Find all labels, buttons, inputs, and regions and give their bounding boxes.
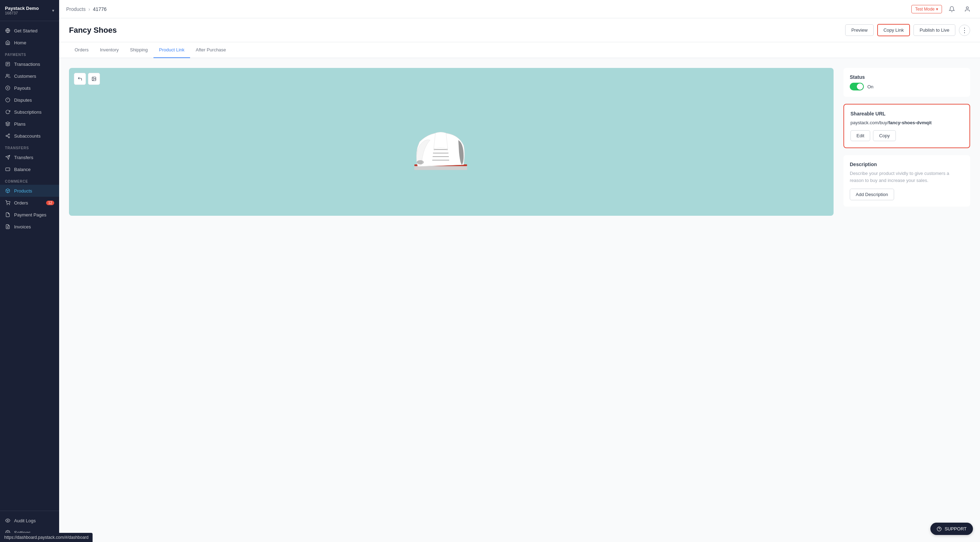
sidebar-item-payment-pages[interactable]: Payment Pages bbox=[0, 209, 59, 221]
alert-icon bbox=[5, 97, 11, 103]
sidebar-item-balance[interactable]: Balance bbox=[0, 163, 59, 175]
svg-point-24 bbox=[9, 205, 10, 205]
home-icon bbox=[5, 40, 11, 45]
sidebar-item-subscriptions[interactable]: Subscriptions bbox=[0, 106, 59, 118]
edit-url-button[interactable]: Edit bbox=[850, 130, 870, 141]
sidebar-section-commerce: Commerce bbox=[0, 175, 59, 185]
svg-point-31 bbox=[93, 78, 94, 78]
image-tool-undo[interactable] bbox=[74, 73, 86, 85]
sidebar-item-audit-logs[interactable]: Audit Logs bbox=[0, 515, 59, 526]
sidebar-label-home: Home bbox=[14, 40, 26, 45]
more-icon: ⋮ bbox=[961, 27, 968, 33]
sidebar-item-get-started[interactable]: Get Started bbox=[0, 25, 59, 37]
sidebar-label-transactions: Transactions bbox=[14, 62, 40, 67]
description-placeholder: Describe your product vividly to give cu… bbox=[850, 170, 964, 184]
brand-name: Paystack Demo bbox=[5, 6, 39, 11]
sidebar-item-invoices[interactable]: Invoices bbox=[0, 221, 59, 233]
support-button[interactable]: SUPPORT bbox=[931, 523, 973, 535]
tab-orders[interactable]: Orders bbox=[69, 42, 94, 58]
sidebar-item-customers[interactable]: Customers bbox=[0, 70, 59, 82]
user-menu-button[interactable] bbox=[962, 3, 973, 15]
sidebar-item-disputes[interactable]: Disputes bbox=[0, 94, 59, 106]
topbar-actions: Test Mode ▾ bbox=[912, 3, 973, 15]
tab-inventory[interactable]: Inventory bbox=[94, 42, 124, 58]
sidebar-label-get-started: Get Started bbox=[14, 28, 37, 33]
sidebar-item-plans[interactable]: Plans bbox=[0, 118, 59, 130]
list-icon bbox=[5, 61, 11, 67]
sidebar-item-home[interactable]: Home bbox=[0, 37, 59, 49]
topbar: Products › 41776 Test Mode ▾ bbox=[59, 0, 980, 18]
svg-line-18 bbox=[7, 135, 8, 135]
tab-after-purchase[interactable]: After Purchase bbox=[190, 42, 232, 58]
copy-link-button[interactable]: Copy Link bbox=[877, 24, 910, 36]
test-mode-badge[interactable]: Test Mode ▾ bbox=[912, 5, 942, 13]
more-options-button[interactable]: ⋮ bbox=[959, 25, 970, 36]
sidebar-label-disputes: Disputes bbox=[14, 97, 32, 103]
url-actions: Edit Copy bbox=[850, 130, 963, 141]
support-label: SUPPORT bbox=[945, 526, 967, 531]
add-description-button[interactable]: Add Description bbox=[850, 189, 894, 200]
breadcrumb: Products › 41776 bbox=[66, 6, 107, 12]
toggle-row: On bbox=[850, 83, 964, 91]
tab-product-link[interactable]: Product Link bbox=[153, 42, 190, 58]
dollar-icon bbox=[5, 85, 11, 91]
page-header: Fancy Shoes Preview Copy Link Publish to… bbox=[59, 18, 980, 42]
sidebar-item-transactions[interactable]: Transactions bbox=[0, 58, 59, 70]
sidebar-label-customers: Customers bbox=[14, 73, 36, 79]
svg-point-14 bbox=[8, 134, 10, 135]
sidebar-brand[interactable]: Paystack Demo 168737 ▾ bbox=[0, 0, 59, 21]
sidebar-label-transfers: Transfers bbox=[14, 155, 33, 160]
sidebar-label-payment-pages: Payment Pages bbox=[14, 212, 46, 218]
share-icon bbox=[5, 133, 11, 139]
svg-point-15 bbox=[6, 135, 7, 137]
layers-icon bbox=[5, 121, 11, 127]
sidebar-label-orders: Orders bbox=[14, 200, 28, 205]
status-toggle[interactable] bbox=[850, 83, 864, 91]
box-icon bbox=[5, 188, 11, 194]
sidebar-item-payouts[interactable]: Payouts bbox=[0, 82, 59, 94]
sidebar-label-audit-logs: Audit Logs bbox=[14, 518, 35, 523]
svg-point-43 bbox=[417, 160, 424, 164]
toggle-text: On bbox=[867, 84, 873, 89]
globe-icon bbox=[5, 28, 11, 33]
publish-button[interactable]: Publish to Live bbox=[913, 24, 955, 36]
sidebar-nav: Get Started Home Payments Transactions C… bbox=[0, 21, 59, 511]
svg-point-16 bbox=[8, 137, 10, 138]
sidebar-label-payouts: Payouts bbox=[14, 86, 30, 91]
sidebar-item-products[interactable]: Products bbox=[0, 185, 59, 197]
url-slug: fancy-shoes-dvmqit bbox=[888, 120, 932, 125]
svg-line-17 bbox=[7, 136, 8, 137]
url-prefix: paystack.com/buy/ bbox=[850, 120, 888, 125]
image-tool-image[interactable] bbox=[88, 73, 100, 85]
main-content: Products › 41776 Test Mode ▾ Fancy Shoes… bbox=[59, 0, 980, 542]
send-icon bbox=[5, 154, 11, 160]
preview-button[interactable]: Preview bbox=[845, 24, 873, 36]
svg-rect-21 bbox=[6, 168, 10, 171]
sidebar-label-plans: Plans bbox=[14, 121, 26, 127]
breadcrumb-parent[interactable]: Products bbox=[66, 6, 86, 12]
url-display: paystack.com/buy/fancy-shoes-dvmqit bbox=[850, 120, 963, 125]
sidebar-item-subaccounts[interactable]: Subaccounts bbox=[0, 130, 59, 142]
refresh-icon bbox=[5, 109, 11, 115]
page-title: Fancy Shoes bbox=[69, 26, 117, 35]
eye-icon bbox=[5, 518, 11, 523]
wallet-icon bbox=[5, 167, 11, 172]
description-title: Description bbox=[850, 162, 964, 167]
sidebar-label-balance: Balance bbox=[14, 167, 30, 172]
sidebar-label-invoices: Invoices bbox=[14, 224, 31, 229]
svg-point-39 bbox=[434, 149, 435, 150]
notifications-button[interactable] bbox=[946, 3, 958, 15]
sidebar-label-subaccounts: Subaccounts bbox=[14, 134, 40, 139]
tabs-bar: Orders Inventory Shipping Product Link A… bbox=[59, 42, 980, 58]
sidebar-item-transfers[interactable]: Transfers bbox=[0, 151, 59, 163]
bottom-url-bar: https://dashboard.paystack.com/#/dashboa… bbox=[0, 533, 92, 542]
sidebar-section-transfers: Transfers bbox=[0, 142, 59, 151]
product-image-card bbox=[69, 68, 834, 216]
sidebar-item-orders[interactable]: Orders 12 bbox=[0, 197, 59, 209]
svg-point-6 bbox=[6, 74, 8, 76]
test-mode-chevron: ▾ bbox=[936, 7, 938, 12]
tab-shipping[interactable]: Shipping bbox=[124, 42, 153, 58]
product-image bbox=[406, 106, 497, 177]
svg-point-29 bbox=[966, 7, 968, 9]
copy-url-button[interactable]: Copy bbox=[873, 130, 896, 141]
